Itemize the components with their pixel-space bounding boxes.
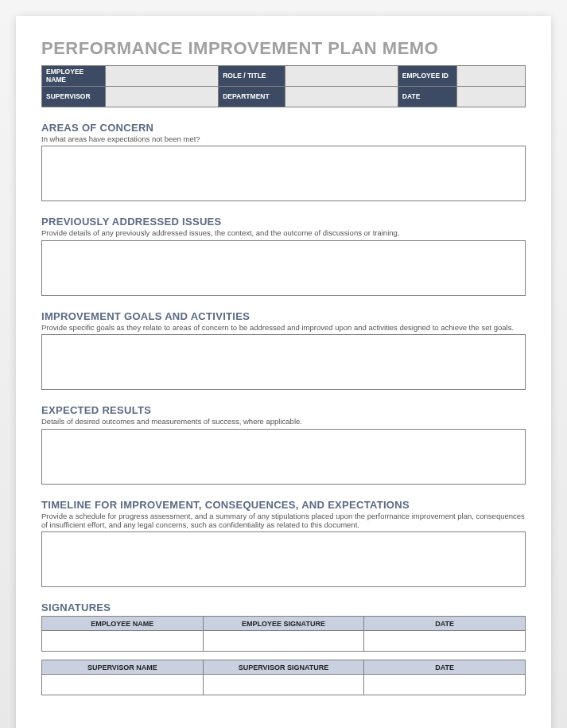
section-desc-areas: In what areas have expectations not been… <box>41 134 526 143</box>
sig-field-sup-name[interactable] <box>42 675 204 695</box>
sig-header-sup-date: DATE <box>364 660 526 675</box>
section-desc-previous: Provide details of any previously addres… <box>41 228 526 237</box>
field-department[interactable] <box>285 87 398 107</box>
section-desc-timeline: Provide a schedule for progress assessme… <box>41 512 526 530</box>
field-date[interactable] <box>457 87 526 107</box>
section-desc-results: Details of desired outcomes and measurem… <box>41 417 526 426</box>
sig-header-sup-name: SUPERVISOR NAME <box>42 660 204 675</box>
label-department: DEPARTMENT <box>219 87 285 107</box>
field-employee-name[interactable] <box>106 66 219 87</box>
section-title-signatures: SIGNATURES <box>41 601 526 613</box>
field-timeline[interactable] <box>41 531 526 587</box>
sig-field-emp-date[interactable] <box>364 631 526 652</box>
section-goals: IMPROVEMENT GOALS AND ACTIVITIES Provide… <box>41 310 526 390</box>
section-title-timeline: TIMELINE FOR IMPROVEMENT, CONSEQUENCES, … <box>41 499 526 511</box>
sig-header-emp-signature: EMPLOYEE SIGNATURE <box>203 617 364 631</box>
employee-signature-table: EMPLOYEE NAME EMPLOYEE SIGNATURE DATE <box>41 616 526 652</box>
sig-header-emp-name: EMPLOYEE NAME <box>42 617 204 631</box>
document-page: PERFORMANCE IMPROVEMENT PLAN MEMO EMPLOY… <box>16 16 551 728</box>
section-title-areas: AREAS OF CONCERN <box>41 122 526 134</box>
label-employee-id: EMPLOYEE ID <box>398 66 457 87</box>
section-timeline: TIMELINE FOR IMPROVEMENT, CONSEQUENCES, … <box>41 499 526 588</box>
sig-field-sup-date[interactable] <box>364 675 526 695</box>
sig-field-emp-signature[interactable] <box>203 631 364 652</box>
field-goals[interactable] <box>41 334 526 390</box>
page-title: PERFORMANCE IMPROVEMENT PLAN MEMO <box>41 38 526 59</box>
label-date: DATE <box>398 87 457 107</box>
section-areas: AREAS OF CONCERN In what areas have expe… <box>41 122 526 201</box>
section-title-previous: PREVIOUSLY ADDRESSED ISSUES <box>41 216 526 228</box>
section-previous: PREVIOUSLY ADDRESSED ISSUES Provide deta… <box>41 216 526 295</box>
section-desc-goals: Provide specific goals as they relate to… <box>41 323 526 332</box>
field-areas[interactable] <box>41 146 526 201</box>
field-previous[interactable] <box>41 240 526 296</box>
sig-header-emp-date: DATE <box>364 617 526 631</box>
section-title-results: EXPECTED RESULTS <box>41 404 526 416</box>
sig-field-emp-name[interactable] <box>42 631 204 652</box>
label-employee-name: EMPLOYEE NAME <box>42 66 106 87</box>
section-signatures: SIGNATURES EMPLOYEE NAME EMPLOYEE SIGNAT… <box>41 601 526 695</box>
field-supervisor[interactable] <box>106 87 219 107</box>
label-role-title: ROLE / TITLE <box>219 66 285 87</box>
sig-header-sup-signature: SUPERVISOR SIGNATURE <box>203 660 364 675</box>
field-employee-id[interactable] <box>457 66 526 87</box>
sig-field-sup-signature[interactable] <box>203 675 364 695</box>
section-results: EXPECTED RESULTS Details of desired outc… <box>41 404 526 484</box>
field-results[interactable] <box>41 429 526 485</box>
section-title-goals: IMPROVEMENT GOALS AND ACTIVITIES <box>41 310 526 322</box>
label-supervisor: SUPERVISOR <box>42 87 106 107</box>
header-table: EMPLOYEE NAME ROLE / TITLE EMPLOYEE ID S… <box>41 65 526 107</box>
supervisor-signature-table: SUPERVISOR NAME SUPERVISOR SIGNATURE DAT… <box>41 660 526 695</box>
field-role-title[interactable] <box>285 66 398 87</box>
